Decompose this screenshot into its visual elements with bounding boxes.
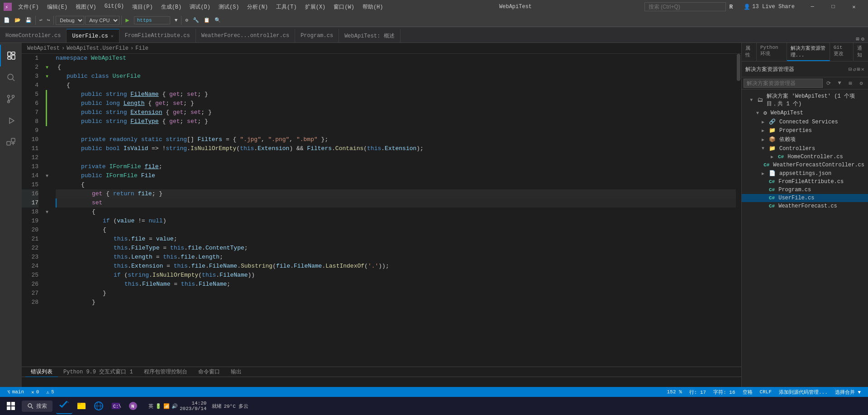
col-item[interactable]: 字符: 16 (710, 387, 739, 397)
menu-git[interactable]: Git(G) (101, 2, 128, 12)
tab-webapi-overview[interactable]: WebApiTest: 概述 (339, 29, 400, 42)
panel-tab-python-env[interactable]: Python 环境 (757, 43, 787, 61)
tab-package-manager[interactable]: 程序包管理控制台 (138, 367, 193, 377)
select-combo-item[interactable]: 选择合并 ▼ (831, 387, 864, 397)
tree-item-program[interactable]: C# Program.cs (742, 186, 868, 194)
panel-tab-properties[interactable]: 属性 (742, 43, 757, 61)
live-share-button[interactable]: 👤 13 Live Share (740, 4, 798, 10)
error-count-item[interactable]: ✕ 0 (28, 387, 43, 397)
toolbar-more[interactable]: ▼ (173, 17, 180, 24)
tree-item-weatherforecastcontroller[interactable]: C# WeatherForecastController.cs (742, 161, 868, 169)
activity-extensions[interactable] (0, 132, 22, 153)
open-file-button[interactable]: 📂 (13, 16, 23, 24)
minimize-button[interactable]: — (802, 0, 823, 14)
code-editor[interactable]: namespace WebApiTest { public class User… (52, 54, 736, 367)
tab-command-window[interactable]: 命令窗口 (193, 367, 225, 377)
taskbar-app-terminal[interactable]: C:\ (108, 398, 124, 414)
undo-button[interactable]: ↩ (38, 16, 44, 24)
menu-file[interactable]: 文件(F) (14, 2, 43, 12)
tab-python-interactive[interactable]: Python 9.9 交互式窗口 1 (58, 367, 138, 377)
menu-view[interactable]: 视图(V) (72, 2, 100, 12)
add-to-source-item[interactable]: 添加到源代码管理... (775, 387, 831, 397)
panel-collapse-all-icon[interactable]: ⊟ (849, 66, 852, 73)
global-search-input[interactable] (644, 2, 726, 11)
run-button[interactable]: ▶ (124, 15, 131, 25)
lang-icon[interactable]: 英 (148, 403, 153, 410)
panel-tab-notifications[interactable]: 通知 (854, 43, 868, 61)
project-item[interactable]: ▼ ⚙ WebApiTest (742, 108, 868, 118)
platform-dropdown[interactable]: Any CPU (85, 16, 119, 25)
start-button[interactable] (4, 399, 18, 413)
menu-extensions[interactable]: 扩展(X) (301, 2, 329, 12)
toolbar-btn-4[interactable]: 🔍 (213, 16, 223, 24)
breadcrumb-symbol[interactable]: File (135, 45, 148, 52)
toolbar-btn-3[interactable]: 📋 (202, 16, 212, 24)
breadcrumb-project[interactable]: WebApiTest (27, 45, 60, 52)
solution-gear-icon[interactable]: ⚙ (856, 78, 866, 88)
solution-search-input[interactable] (744, 79, 823, 88)
menu-build[interactable]: 生成(B) (157, 2, 186, 12)
row-item[interactable]: 行: 17 (686, 387, 710, 397)
warning-count-item[interactable]: ⚠ 5 (43, 387, 57, 397)
panel-tab-git[interactable]: Git 更改 (830, 43, 854, 61)
redo-button[interactable]: ↪ (45, 16, 52, 24)
spaces-item[interactable]: 空格 (739, 387, 756, 397)
tree-item-fromfileattribute[interactable]: C# FromFileAttribute.cs (742, 178, 868, 186)
toolbar-btn-2[interactable]: 🔧 (191, 16, 201, 24)
solution-root-item[interactable]: ▼ 🗂 解决方案 'WebApiTest' (1 个项目，共 1 个) (742, 91, 868, 108)
line-ending-item[interactable]: CRLF (756, 387, 775, 397)
split-view-icon[interactable]: ⊞ (856, 36, 859, 42)
taskbar-app-vs[interactable] (56, 398, 72, 414)
panel-close-icon[interactable]: ✕ (861, 66, 864, 73)
git-branch-item[interactable]: ⌥ main (4, 387, 28, 397)
toolbar-btn-1[interactable]: ⚙ (183, 16, 190, 24)
menu-edit[interactable]: 编辑(E) (43, 2, 72, 12)
menu-window[interactable]: 窗口(W) (330, 2, 358, 12)
tree-item-appsettings[interactable]: ▶ 📄 appsettings.json (742, 169, 868, 178)
taskbar-app-browser[interactable] (91, 398, 107, 414)
solution-sync-icon[interactable]: ⟳ (824, 78, 834, 88)
menu-tools[interactable]: 工具(T) (272, 2, 300, 12)
tree-item-homecontroller[interactable]: ▶ C# HomeController.cs (742, 153, 868, 161)
breadcrumb-file[interactable]: WebApiTest.UserFile (67, 45, 129, 52)
close-button[interactable]: ✕ (844, 0, 864, 14)
tab-userfile[interactable]: UserFile.cs ✕ (67, 29, 119, 42)
solution-view-icon[interactable]: ⊞ (845, 78, 855, 88)
menu-project[interactable]: 项目(P) (129, 2, 157, 12)
taskbar-app-purple[interactable]: N (125, 398, 141, 414)
activity-debug[interactable] (0, 110, 22, 132)
tab-userfile-close[interactable]: ✕ (111, 33, 114, 39)
tree-item-connected-services[interactable]: ▶ 🔗 Connected Services (742, 118, 868, 126)
activity-source-control[interactable] (0, 88, 22, 110)
zoom-item[interactable]: 152 % (663, 387, 686, 397)
debug-config-dropdown[interactable]: Debug (56, 16, 84, 25)
code-scrollbar[interactable] (736, 54, 741, 367)
taskbar-app-explorer[interactable] (73, 398, 90, 414)
new-file-button[interactable]: 📄 (2, 16, 12, 24)
panel-refresh-icon[interactable]: ↺ (853, 66, 856, 73)
tab-weatherforecast[interactable]: WeatherForec...ontroller.cs (196, 29, 295, 42)
tab-program[interactable]: Program.cs (295, 29, 339, 42)
tab-output[interactable]: 输出 (225, 367, 247, 377)
tree-item-properties[interactable]: ▶ 📁 Properties (742, 126, 868, 135)
solution-filter-icon[interactable]: ▼ (835, 78, 844, 88)
tree-item-weatherforecast[interactable]: C# WeatherForecast.cs (742, 202, 868, 210)
activity-search[interactable] (0, 66, 22, 88)
panel-tab-solution-explorer[interactable]: 解决方案资源管理... (787, 43, 830, 61)
tree-item-controllers[interactable]: ▼ 📁 Controllers (742, 144, 868, 153)
menu-test[interactable]: 测试(S) (215, 2, 243, 12)
taskbar-search[interactable]: 搜索 (22, 401, 52, 412)
activity-explorer[interactable] (0, 45, 22, 66)
tab-error-list[interactable]: 错误列表 (25, 367, 58, 377)
clock[interactable]: 14:20 2023/9/14 (180, 401, 206, 411)
user-avatar[interactable]: R (730, 4, 733, 10)
maximize-button[interactable]: □ (823, 0, 844, 14)
menu-debug[interactable]: 调试(D) (186, 2, 214, 12)
tab-fromfileattribute[interactable]: FromFileAttribute.cs (119, 29, 196, 42)
menu-analyze[interactable]: 分析(N) (243, 2, 272, 12)
panel-float-icon[interactable]: ⊞ (857, 66, 860, 73)
tab-homecontroller[interactable]: HomeController.cs (0, 29, 67, 42)
scrollbar-thumb[interactable] (737, 54, 740, 81)
settings-gear-icon[interactable]: ⚙ (861, 36, 864, 42)
tree-item-userfile[interactable]: C# UserFile.cs (742, 194, 868, 202)
